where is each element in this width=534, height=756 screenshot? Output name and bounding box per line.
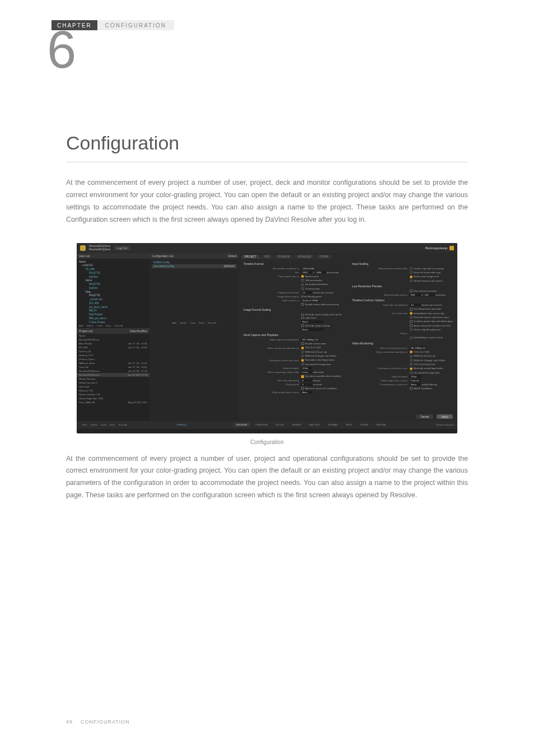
mis-lbl: If monitoring is scaled use	[352, 383, 407, 386]
vmcc-r1[interactable]	[410, 367, 413, 370]
image-format-scaling-hd: Image Format Scaling	[243, 308, 344, 311]
for-h[interactable]: 1080	[315, 271, 326, 274]
rtp-cb[interactable]	[410, 290, 413, 292]
vmf-lbl: Video monitoring format is	[352, 347, 407, 349]
dftc-cb[interactable]	[410, 308, 413, 311]
dp-in[interactable]: 5	[301, 383, 312, 386]
current-user-2: Resolve2011Demo	[89, 248, 110, 251]
for-px: processing	[327, 271, 339, 274]
vbd-sel[interactable]: 10 bit	[301, 367, 312, 370]
timeline-format-hd: Timeline Format	[243, 262, 344, 265]
user-list-header: User List	[79, 254, 90, 258]
bottom-tools[interactable]: NewDeleteLoadSaveSave As	[80, 422, 129, 427]
settings-tabs[interactable]: PROJECTGPUSTORAGEADVANCEDOTHER	[239, 253, 457, 259]
wo-sel[interactable]: Insert	[301, 371, 312, 374]
vmc-r2[interactable]	[410, 355, 413, 358]
wo-u: edit mode	[313, 371, 324, 374]
ovr-out-sel[interactable]: None	[301, 328, 324, 331]
mr-r4[interactable]	[410, 279, 413, 282]
cc-r1[interactable]	[301, 359, 304, 362]
vmcc-o2: Unscaled full range data	[414, 371, 439, 374]
current-user-1: Resolve2011Demo	[89, 245, 110, 248]
timeline-conform-hd: Timeline Conform Options	[352, 298, 453, 302]
as-lbl: Automatically scale to	[352, 293, 407, 296]
ut-r2[interactable]	[410, 316, 413, 319]
ut-o1: Embedded in the source clip	[414, 312, 444, 315]
vmss-sel[interactable]: Internal	[410, 379, 421, 382]
mr-r1[interactable]	[410, 267, 413, 270]
vmbd-lbl: Video bit depth	[352, 375, 407, 378]
config-list[interactable]: Untitled confignew default configDEFAULT	[149, 259, 239, 270]
par-r1[interactable]	[301, 275, 304, 278]
stereo-cb-lbl: Enable stereo video processing	[305, 303, 339, 306]
vc-r2[interactable]	[301, 351, 304, 353]
vos-sel[interactable]: Auto	[301, 391, 312, 394]
vmc-r3[interactable]	[410, 359, 413, 362]
dp-u: seconds	[313, 383, 322, 386]
intro-paragraph-2: At the commencement of every project a n…	[66, 453, 468, 502]
ut-lbl: Use Timecode	[352, 312, 407, 315]
par-r3[interactable]	[301, 283, 304, 286]
footer-section: CONFIGURATION	[81, 719, 130, 725]
par-r2[interactable]	[301, 279, 304, 282]
ovr-in-lbl: Override input scaling and crop for just…	[301, 313, 342, 319]
nav-tabs[interactable]: BROWSECONFORMCOLORVIEWERGALLERYFORMATDEC…	[234, 423, 390, 427]
res-lbl: Set timeline resolution to	[243, 267, 299, 270]
tc-lbl: Timecode calculated at	[352, 304, 407, 306]
cs-lbl: Color science is	[243, 299, 299, 302]
ovr-in-sel[interactable]: None	[301, 320, 324, 323]
dp-cb[interactable]	[301, 387, 304, 390]
project-list-col: Date Modified	[130, 329, 147, 333]
wo-cb2[interactable]	[301, 375, 304, 378]
cp-cb[interactable]	[410, 320, 413, 323]
ifp-v: 32 bit floating point	[301, 295, 344, 298]
user-tools[interactable]: AddDeleteLoadSaveSave As	[77, 323, 149, 328]
ar-r1[interactable]	[410, 328, 413, 331]
vmf-sel[interactable]: HD 1080p 24	[410, 347, 426, 349]
par-r4[interactable]	[301, 287, 304, 290]
par-o4: Cinemascope	[305, 287, 320, 290]
cc-o1: Normally scaled legal video	[305, 358, 334, 361]
vmcc-r2[interactable]	[410, 371, 413, 374]
mr-r2[interactable]	[410, 271, 413, 274]
vc-r1[interactable]	[301, 347, 304, 349]
cc-r2[interactable]	[301, 363, 304, 366]
stereo-cb[interactable]	[301, 303, 304, 306]
vmc-r1[interactable]	[410, 351, 413, 353]
chapter-number: 6	[47, 24, 76, 76]
vmc-o4: YUV 4:4:4 Dual Link	[414, 363, 435, 366]
tc-in[interactable]: 24	[410, 304, 421, 306]
mr-r3[interactable]	[410, 276, 413, 278]
logout-button[interactable]: Log Out	[114, 246, 130, 250]
mr-o4: Stretch frame to all corners	[414, 279, 443, 282]
project-list[interactable]: NameResolve2011DemoAlex ShaderJan 27 '20…	[77, 334, 149, 421]
mis-cb[interactable]	[410, 387, 413, 390]
config-list-header: Configuration List	[152, 254, 174, 258]
as-w[interactable]: 960	[410, 293, 421, 296]
page-number: 49	[66, 719, 73, 725]
vcp-sel[interactable]: HD 1080psf 24	[301, 338, 320, 341]
as-h[interactable]: 540	[424, 293, 435, 296]
form-col-left: Timeline Format Set timeline resolution …	[243, 262, 344, 409]
mis-sel[interactable]: Basic	[410, 383, 421, 386]
vmc-r4[interactable]	[410, 363, 413, 366]
vmbd-sel[interactable]: 10 bit	[410, 375, 421, 378]
vc-r3[interactable]	[301, 354, 304, 357]
ut-r1[interactable]	[410, 312, 413, 315]
cs-select[interactable]: DaVinci YRGB	[301, 299, 319, 302]
npt-in[interactable]: 0	[301, 379, 312, 382]
config-tools[interactable]: AddDeleteLoadSaveSave As	[149, 320, 239, 325]
apply-button[interactable]: Apply	[437, 414, 453, 419]
tc-u: frames per second	[421, 304, 442, 306]
user-tree[interactable]: NameLocal UG50_stillsPALETTEDaVincidemoP…	[77, 259, 149, 323]
ar-r2[interactable]	[410, 337, 413, 339]
cancel-button[interactable]: Cancel	[416, 414, 434, 419]
res-select[interactable]: 1920x1080	[301, 267, 315, 270]
for-w[interactable]: 1920	[301, 271, 312, 274]
vos-lbl: Video output sync source	[243, 391, 299, 394]
pfr-input[interactable]: 24	[301, 291, 312, 294]
ar-cb[interactable]	[410, 324, 413, 327]
vcp-cb[interactable]	[301, 342, 304, 345]
ar-l: Assist using reel numbers from the	[414, 324, 451, 327]
ovr-out-cb[interactable]	[301, 324, 304, 327]
